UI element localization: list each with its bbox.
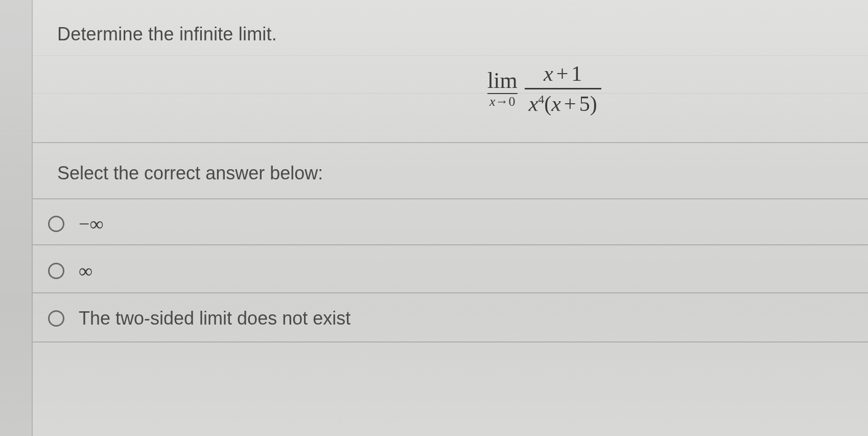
divider — [33, 244, 868, 245]
approach-arrow: → — [496, 94, 509, 109]
option-label: ∞ — [79, 260, 92, 282]
divider — [33, 292, 868, 293]
fraction: x+1 x4(x+5) — [525, 61, 601, 116]
approach-value: 0 — [509, 94, 515, 109]
lim-word: lim — [487, 70, 518, 94]
option-label: The two-sided limit does not exist — [79, 308, 350, 329]
den-inner-var: x — [551, 92, 561, 116]
option-does-not-exist[interactable]: The two-sided limit does not exist — [48, 308, 350, 329]
option-infinity[interactable]: ∞ — [48, 260, 92, 282]
left-margin — [0, 0, 33, 436]
divider — [33, 142, 868, 143]
rule-line — [33, 55, 868, 56]
divider — [33, 341, 868, 342]
paren-open: ( — [544, 92, 551, 116]
radio-icon[interactable] — [48, 263, 64, 279]
den-exp: 4 — [538, 93, 544, 106]
quiz-page: Determine the infinite limit. lim x→0 x+… — [0, 0, 868, 436]
num-const: 1 — [571, 62, 582, 85]
question-prompt: Determine the infinite limit. — [57, 24, 277, 45]
den-inner-const: 5 — [579, 92, 590, 116]
content-area: Determine the infinite limit. lim x→0 x+… — [33, 0, 868, 436]
option-negative-infinity[interactable]: −∞ — [48, 213, 104, 235]
paren-close: ) — [590, 92, 597, 116]
den-inner-op: + — [561, 92, 579, 116]
num-var: x — [544, 62, 553, 85]
limit-expression: lim x→0 x+1 x4(x+5) — [487, 61, 601, 116]
approach-var: x — [489, 94, 496, 109]
divider — [33, 198, 868, 199]
radio-icon[interactable] — [48, 310, 64, 327]
den-var: x — [529, 92, 538, 116]
lim-subscript: x→0 — [489, 95, 515, 108]
limit-operator: lim x→0 — [487, 70, 518, 108]
denominator: x4(x+5) — [525, 89, 601, 116]
rule-line — [33, 93, 868, 94]
radio-icon[interactable] — [48, 216, 64, 232]
num-op: + — [553, 62, 572, 85]
instructions-text: Select the correct answer below: — [57, 163, 323, 184]
numerator: x+1 — [539, 61, 586, 88]
option-label: −∞ — [79, 213, 104, 235]
